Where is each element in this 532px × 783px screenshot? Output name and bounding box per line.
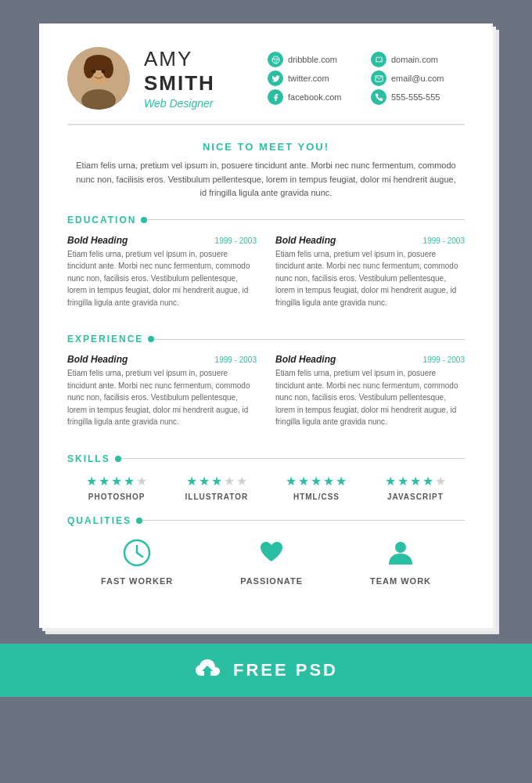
intro-text: Etiam felis urna, pretium vel ipsum in, … [67,159,465,200]
experience-entry-1: Bold Heading 1999 - 2003 Etiam felis urn… [67,354,257,428]
experience-entry-1-date: 1999 - 2003 [215,355,257,364]
quality-fast-worker: FAST WORKER [101,536,173,586]
education-entry-1-body: Etiam felis urna, pretium vel ipsum in, … [67,248,257,309]
photoshop-stars: ★ ★ ★ ★ ★ [86,474,147,489]
svg-point-13 [395,542,406,553]
education-entry-1: Bold Heading 1999 - 2003 Etiam felis urn… [67,235,257,309]
svg-point-5 [102,60,113,78]
qualities-section: QUALITIES FAST WORKER [67,515,465,586]
education-entry-2-title: Bold Heading [275,235,336,246]
teamwork-label: TEAM WORK [370,576,431,586]
dribbble-icon [268,52,283,67]
qualities-dot [136,518,142,524]
svg-marker-15 [204,677,210,681]
full-name: AMY SMITH [144,47,260,96]
experience-line [154,339,465,340]
skill-javascript: ★ ★ ★ ★ ★ JAVASCRIPT [385,474,446,501]
person-icon [383,536,418,570]
contact-email: email@u.com [371,70,465,86]
fast-worker-label: FAST WORKER [101,576,173,586]
skill-illustrator: ★ ★ ★ ★ ★ ILLUSTRATOR [185,474,249,501]
phone-text: 555-555-555 [391,92,440,102]
dribbble-text: dribbble.com [288,55,337,64]
experience-dot [148,336,154,342]
skills-header: SKILLS [67,453,465,464]
name-title: AMY SMITH Web Designer [144,47,260,110]
experience-entry-2-header: Bold Heading 1999 - 2003 [275,354,465,365]
javascript-stars: ★ ★ ★ ★ ★ [385,474,446,489]
domain-icon [371,52,386,67]
photoshop-label: PHOTOSHOP [88,493,146,501]
intro-title: NICE TO MEET YOU! [67,141,465,153]
download-cloud-icon [194,656,222,684]
intro-section: NICE TO MEET YOU! Etiam felis urna, pret… [67,141,465,200]
resume-header: AMY SMITH Web Designer dribbble.com [67,47,465,125]
education-entry-2-header: Bold Heading 1999 - 2003 [275,235,465,246]
skills-dot [115,456,121,462]
experience-entry-2: Bold Heading 1999 - 2003 Etiam felis urn… [275,354,465,428]
education-entry-2-date: 1999 - 2003 [423,236,465,245]
javascript-label: JAVASCRIPT [387,493,444,501]
clock-icon [120,536,154,570]
education-line [147,219,465,220]
phone-icon [371,89,386,105]
qualities-row: FAST WORKER PASSIONATE [67,536,465,586]
experience-entry-1-title: Bold Heading [67,354,128,365]
contact-phone: 555-555-555 [371,89,465,105]
skills-line [121,458,465,459]
education-section: EDUCATION Bold Heading 1999 - 2003 Etiam… [67,215,465,320]
qualities-line [142,520,465,521]
education-header: EDUCATION [67,215,465,226]
contact-row-3: facebook.com 555-555-555 [268,89,465,105]
experience-cols: Bold Heading 1999 - 2003 Etiam felis urn… [67,354,465,439]
experience-col-1: Bold Heading 1999 - 2003 Etiam felis urn… [67,354,257,439]
skill-htmlcss: ★ ★ ★ ★ ★ HTML/CSS [286,474,347,501]
job-title: Web Designer [144,97,260,110]
svg-point-8 [271,56,279,63]
email-icon [371,70,386,86]
education-entry-1-title: Bold Heading [67,235,128,246]
htmlcss-stars: ★ ★ ★ ★ ★ [286,474,347,489]
contact-row-2: twitter.com email@u.com [268,70,465,86]
svg-point-6 [92,70,96,74]
experience-entry-2-body: Etiam felis urna, pretium vel ipsum in, … [275,367,465,428]
education-title: EDUCATION [67,215,136,226]
contact-facebook: facebook.com [268,89,361,105]
facebook-icon [268,89,283,105]
last-name: SMITH [144,71,215,95]
footer-text: FREE PSD [233,660,338,680]
skills-section: SKILLS ★ ★ ★ ★ ★ PHOTOSHOP [67,453,465,501]
passionate-label: PASSIONATE [240,576,303,586]
contact-row-1: dribbble.com domain.com [268,52,465,67]
svg-point-4 [84,60,95,78]
experience-entry-2-title: Bold Heading [275,354,336,365]
contact-twitter: twitter.com [268,70,361,86]
education-col-1: Bold Heading 1999 - 2003 Etiam felis urn… [67,235,257,320]
education-entry-1-header: Bold Heading 1999 - 2003 [67,235,257,246]
svg-line-12 [137,553,142,557]
svg-point-7 [102,70,106,74]
page-wrapper: AMY SMITH Web Designer dribbble.com [39,23,493,628]
contact-info: dribbble.com domain.com [268,52,465,105]
education-entry-2-body: Etiam felis urna, pretium vel ipsum in, … [275,248,465,309]
experience-section: EXPERIENCE Bold Heading 1999 - 2003 Etia… [67,334,465,439]
contact-dribbble: dribbble.com [268,52,361,67]
experience-header: EXPERIENCE [67,334,465,345]
quality-passionate: PASSIONATE [240,536,303,586]
education-cols: Bold Heading 1999 - 2003 Etiam felis urn… [67,235,465,320]
contact-domain: domain.com [371,52,465,67]
education-dot [141,217,147,223]
experience-entry-1-body: Etiam felis urna, pretium vel ipsum in, … [67,367,257,428]
domain-text: domain.com [391,55,438,64]
experience-entry-2-date: 1999 - 2003 [423,355,465,364]
illustrator-stars: ★ ★ ★ ★ ★ [186,474,247,489]
first-name: AMY [144,47,192,70]
experience-col-2: Bold Heading 1999 - 2003 Etiam felis urn… [275,354,465,439]
email-text: email@u.com [391,74,444,83]
htmlcss-label: HTML/CSS [293,493,340,501]
twitter-icon [268,70,283,86]
avatar [67,47,130,110]
education-entry-2: Bold Heading 1999 - 2003 Etiam felis urn… [275,235,465,309]
qualities-header: QUALITIES [67,515,465,526]
skills-title: SKILLS [67,453,110,464]
